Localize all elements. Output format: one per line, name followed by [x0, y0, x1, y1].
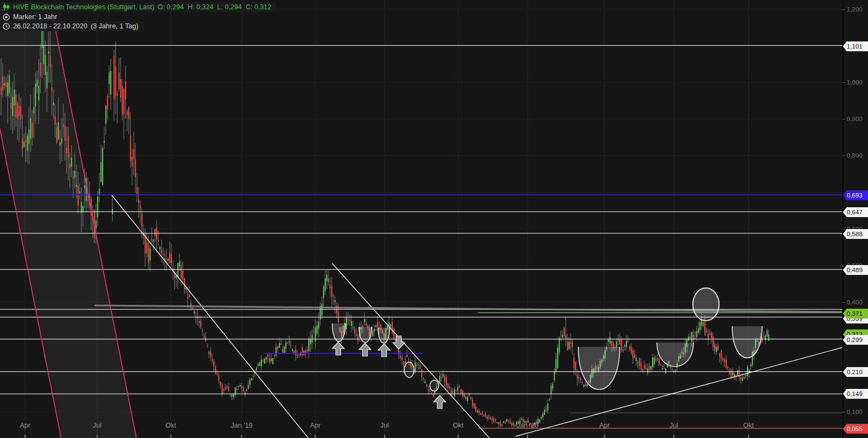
price-tag-white: 0,149	[843, 389, 868, 399]
time-axis-tick	[241, 435, 242, 438]
cup-annotation[interactable]	[732, 326, 762, 358]
cup-annotation[interactable]	[359, 327, 372, 343]
time-axis-tick	[315, 435, 316, 438]
up-arrow-annotation[interactable]	[378, 344, 390, 357]
time-axis-label: Apr	[20, 421, 30, 430]
time-axis-label: Jul	[669, 421, 678, 430]
axis-tick-label: 1,000	[847, 79, 868, 86]
price-tag-white: 1,101	[843, 41, 868, 51]
cup-annotation[interactable]	[378, 328, 390, 343]
price-tag-white: 0,489	[843, 265, 868, 275]
price-tag-white: 0,210	[843, 367, 868, 377]
marker-legend: Marker: 1 Jahr	[0, 12, 62, 22]
time-axis-label: Apr	[599, 421, 609, 430]
time-axis-tick	[604, 435, 605, 438]
up-arrow-annotation[interactable]	[359, 343, 371, 356]
cup-annotation[interactable]	[578, 347, 620, 389]
charting-app-window: 1,2001,0000,9000,8000,6000,5000,4000,100…	[0, 0, 868, 438]
time-axis-tick	[748, 435, 749, 438]
time-axis-tick	[25, 435, 26, 438]
axis-tick-mark	[842, 119, 845, 119]
date-range-extra: (3 Jahre, 1 Tag)	[91, 22, 138, 30]
down-arrow-annotation[interactable]	[393, 336, 405, 349]
time-axis-tick	[384, 435, 385, 438]
time-axis-label: Jul	[380, 421, 389, 430]
time-axis-label: Okt	[743, 421, 753, 430]
long-gray-resistance-trendline[interactable]	[94, 305, 842, 312]
price-tag-red: 0,055	[843, 424, 868, 434]
date-range: 26.02.2018 - 22.10.2020	[13, 22, 87, 30]
time-axis-tick	[458, 435, 459, 438]
axis-tick-mark	[842, 82, 845, 83]
ohlc-readout: O: 0,294 H: 0,324 L: 0,294 C: 0,312	[158, 3, 271, 11]
axis-tick-label: 0,100	[847, 408, 868, 416]
price-tag-blue: 0,693	[843, 190, 868, 200]
marker-label: Marker: 1 Jahr	[13, 13, 57, 21]
ellipse-annotation[interactable]	[430, 380, 439, 391]
marker-icon	[3, 14, 10, 21]
time-axis-label: Jul	[93, 421, 101, 430]
time-axis-label: Okt	[453, 421, 463, 430]
axis-tick-label: 0,400	[847, 298, 868, 306]
ellipse-annotation[interactable]	[693, 288, 719, 321]
axis-tick-mark	[842, 302, 845, 303]
price-tag-green: 0,371	[843, 309, 868, 319]
instrument-legend: HIVE Blockchain Technologies (Stuttgart,…	[0, 2, 276, 12]
downtrend-2018-trendline[interactable]	[112, 195, 308, 438]
time-axis-label: Apr	[310, 421, 320, 430]
ellipse-annotation[interactable]	[404, 362, 414, 377]
axis-tick-label: 1,200	[847, 5, 868, 13]
time-axis-tick	[673, 435, 674, 438]
up-arrow-annotation[interactable]	[434, 395, 446, 409]
axis-tick-mark	[842, 229, 845, 230]
axis-tick-mark	[842, 9, 845, 10]
axis-tick-label: 0,800	[847, 152, 868, 159]
time-axis-label: Jan '20	[517, 421, 538, 430]
axis-tick-mark	[842, 412, 845, 412]
price-tag-white: 0,299	[843, 335, 868, 345]
time-axis-label: Okt	[165, 421, 176, 430]
axis-tick-mark	[842, 266, 845, 266]
time-axis-tick	[97, 435, 98, 438]
time-axis-label: Jan '19	[231, 421, 253, 430]
instrument-title: HIVE Blockchain Technologies (Stuttgart,…	[13, 3, 154, 11]
axis-tick-mark	[842, 155, 845, 156]
price-tag-white: 0,588	[843, 229, 868, 239]
cup-annotation[interactable]	[657, 343, 693, 367]
chart-canvas[interactable]	[0, 0, 868, 438]
time-axis-tick	[527, 435, 528, 438]
axis-tick-label: 0,900	[847, 115, 868, 123]
price-tag-white: 0,647	[843, 207, 868, 217]
clock-icon	[3, 23, 10, 30]
date-range-legend: 26.02.2018 - 22.10.2020 (3 Jahre, 1 Tag)	[0, 21, 143, 31]
time-axis-tick	[170, 435, 171, 438]
candlestick-icon	[3, 3, 10, 11]
